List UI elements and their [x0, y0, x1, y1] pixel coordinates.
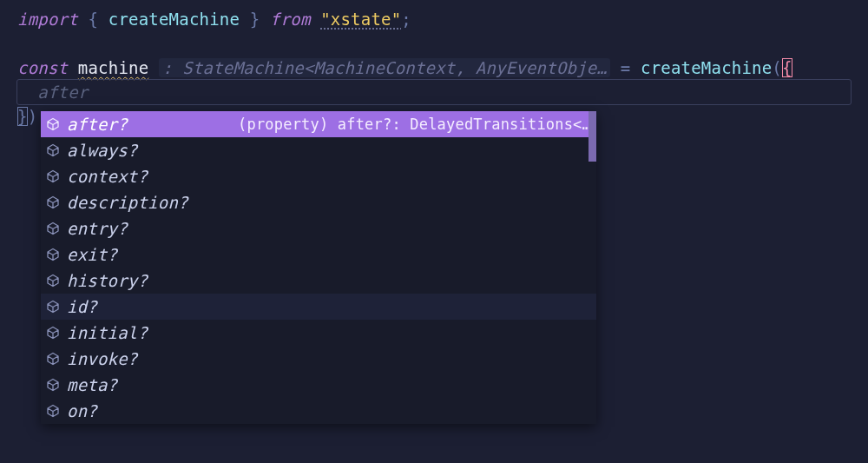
- autocomplete-item[interactable]: always?: [41, 137, 596, 163]
- brace-open: {: [782, 58, 792, 77]
- autocomplete-item[interactable]: initial?: [41, 320, 596, 346]
- keyword-import: import: [17, 10, 78, 29]
- autocomplete-item[interactable]: context?: [41, 163, 596, 189]
- autocomplete-item-label: after?: [67, 112, 128, 136]
- property-icon: [46, 300, 60, 314]
- autocomplete-item-label: on?: [67, 399, 97, 423]
- operator-equals: =: [621, 58, 631, 77]
- autocomplete-item[interactable]: history?: [41, 268, 596, 294]
- property-icon: [46, 274, 60, 288]
- autocomplete-item-label: exit?: [67, 242, 117, 267]
- autocomplete-item-label: description?: [67, 190, 188, 215]
- semicolon: ;: [401, 10, 411, 29]
- property-icon: [46, 169, 60, 183]
- autocomplete-item[interactable]: invoke?: [41, 346, 596, 372]
- paren-open: (: [772, 58, 782, 77]
- autocomplete-item-label: meta?: [67, 373, 117, 397]
- autocomplete-popup[interactable]: after?(property) after?: DelayedTransiti…: [41, 111, 596, 424]
- paren-close: ): [28, 107, 38, 126]
- autocomplete-item-label: context?: [67, 164, 148, 189]
- autocomplete-item-label: initial?: [67, 321, 148, 345]
- call-createMachine: createMachine: [641, 58, 772, 77]
- autocomplete-item-label: entry?: [67, 216, 128, 241]
- autocomplete-item-detail: (property) after?: DelayedTransitions<…: [238, 112, 591, 136]
- autocomplete-item[interactable]: description?: [41, 189, 596, 215]
- string-literal: "xstate": [320, 10, 401, 29]
- code-editor[interactable]: import { createMachine } from "xstate"; …: [0, 0, 868, 129]
- property-icon: [46, 195, 60, 209]
- inlay-type-hint: : StateMachine<MachineContext, AnyEventO…: [159, 58, 610, 77]
- property-icon: [46, 378, 60, 392]
- property-icon: [46, 248, 60, 261]
- ghost-text: after: [37, 83, 88, 102]
- brace-close: }: [17, 107, 28, 126]
- autocomplete-item[interactable]: meta?: [41, 372, 596, 398]
- brace-open: {: [88, 10, 98, 29]
- autocomplete-item-label: history?: [67, 268, 148, 293]
- autocomplete-item-label: id?: [67, 294, 97, 319]
- code-line[interactable]: const machine : StateMachine<MachineCont…: [17, 56, 868, 80]
- keyword-from: from: [270, 10, 311, 29]
- property-icon: [46, 352, 60, 366]
- autocomplete-item-label: invoke?: [67, 347, 137, 371]
- autocomplete-item[interactable]: exit?: [41, 241, 596, 268]
- autocomplete-scrollbar[interactable]: [589, 111, 596, 424]
- autocomplete-item[interactable]: id?: [41, 294, 596, 320]
- keyword-const: const: [17, 58, 68, 77]
- autocomplete-item[interactable]: after?(property) after?: DelayedTransiti…: [41, 111, 596, 137]
- property-icon: [46, 404, 60, 418]
- property-icon: [46, 222, 60, 235]
- property-icon: [46, 143, 60, 157]
- code-line[interactable]: [17, 31, 868, 56]
- identifier-createMachine: createMachine: [108, 10, 240, 29]
- brace-close: }: [250, 10, 260, 29]
- autocomplete-item-label: always?: [67, 138, 137, 162]
- property-icon: [46, 326, 60, 340]
- autocomplete-scroll-thumb[interactable]: [589, 111, 596, 162]
- autocomplete-item[interactable]: entry?: [41, 215, 596, 241]
- code-line[interactable]: import { createMachine } from "xstate";: [17, 7, 868, 31]
- autocomplete-item[interactable]: on?: [41, 398, 596, 424]
- variable-machine: machine: [78, 58, 148, 77]
- code-line[interactable]: after: [17, 80, 868, 104]
- property-icon: [46, 117, 60, 131]
